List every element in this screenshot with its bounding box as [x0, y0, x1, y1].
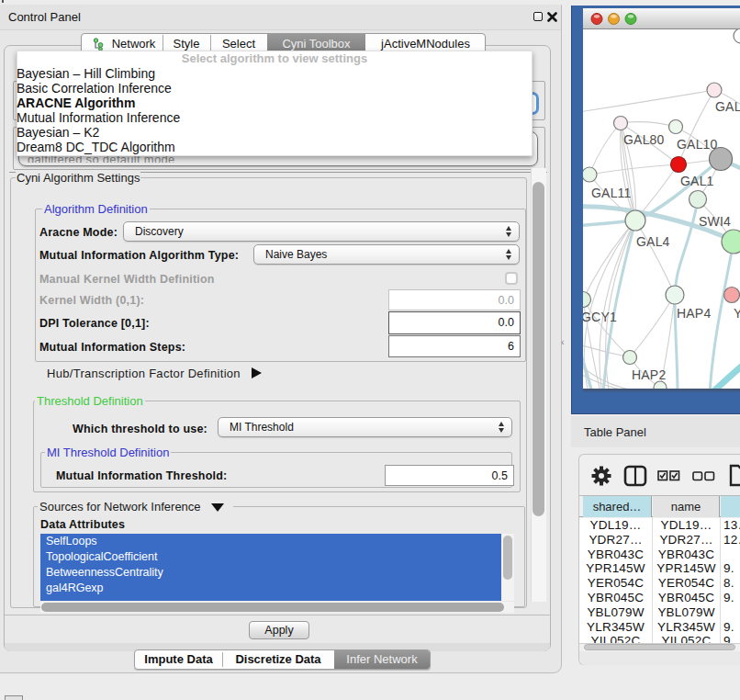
svg-text:GAL4: GAL4 [636, 234, 670, 249]
svg-text:GAL80: GAL80 [623, 132, 665, 147]
svg-text:HAP2: HAP2 [632, 367, 666, 382]
svg-text:GAL1: GAL1 [680, 174, 714, 188]
svg-text:HAP4: HAP4 [677, 306, 711, 321]
svg-text:GCY1: GCY1 [583, 310, 617, 324]
svg-text:GAL11: GAL11 [591, 186, 632, 200]
svg-text:Y: Y [734, 306, 740, 321]
svg-text:GAL10: GAL10 [677, 137, 718, 152]
svg-text:GAL7: GAL7 [715, 99, 740, 114]
svg-text:SWI4: SWI4 [699, 214, 731, 229]
